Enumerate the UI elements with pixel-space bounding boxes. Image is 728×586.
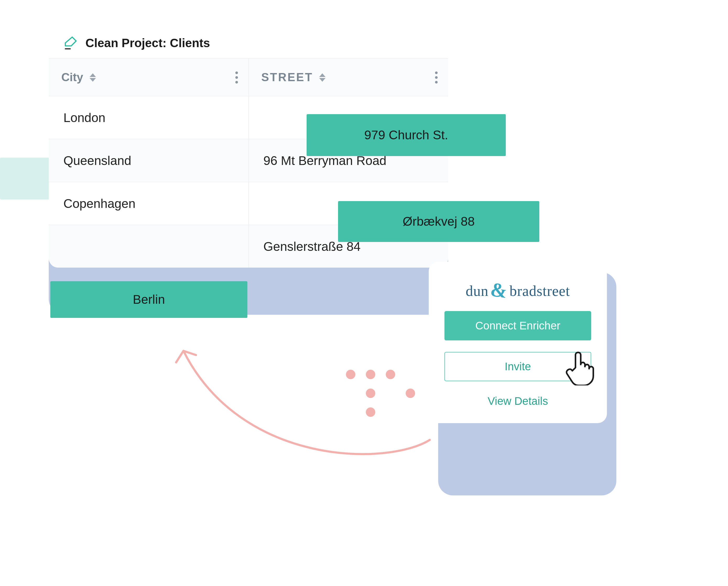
highlight-church-st[interactable]: 979 Church St.	[307, 114, 506, 156]
highlight-text: 979 Church St.	[364, 128, 448, 142]
column-headers: City STREET	[49, 58, 448, 96]
ampersand-icon: &	[490, 283, 508, 297]
highlight-orbakvej[interactable]: Ørbækvej 88	[338, 201, 539, 242]
cell-city: Copenhagen	[49, 182, 248, 225]
column-label: STREET	[261, 71, 313, 84]
dot-grid-icon	[343, 367, 418, 420]
kebab-icon[interactable]	[235, 71, 238, 83]
table-header: Clean Project: Clients	[49, 24, 448, 58]
button-label: Invite	[505, 360, 531, 373]
invite-button[interactable]: Invite	[445, 352, 591, 381]
view-details-link[interactable]: View Details	[488, 395, 548, 407]
logo-text: bradstreet	[509, 283, 570, 299]
cell-city: Queensland	[49, 139, 248, 182]
brush-icon	[62, 35, 78, 51]
button-label: Connect Enricher	[475, 319, 560, 332]
sort-icon[interactable]	[90, 73, 96, 81]
highlight-text: Berlin	[133, 292, 165, 307]
highlight-berlin[interactable]: Berlin	[50, 281, 247, 318]
highlight-text: Ørbækvej 88	[403, 214, 475, 229]
dun-bradstreet-logo: dun & bradstreet	[466, 283, 570, 299]
cell-city: London	[49, 96, 248, 139]
connect-enricher-button[interactable]: Connect Enricher	[445, 311, 591, 340]
column-header-street[interactable]: STREET	[248, 59, 448, 96]
logo-text: dun	[466, 283, 488, 299]
link-label: View Details	[488, 395, 548, 407]
enricher-card: dun & bradstreet Connect Enricher Invite…	[429, 262, 607, 423]
sort-icon[interactable]	[320, 73, 326, 81]
table-title: Clean Project: Clients	[85, 36, 210, 50]
column-label: City	[61, 71, 83, 84]
kebab-icon[interactable]	[435, 71, 437, 83]
column-header-city[interactable]: City	[49, 59, 248, 96]
